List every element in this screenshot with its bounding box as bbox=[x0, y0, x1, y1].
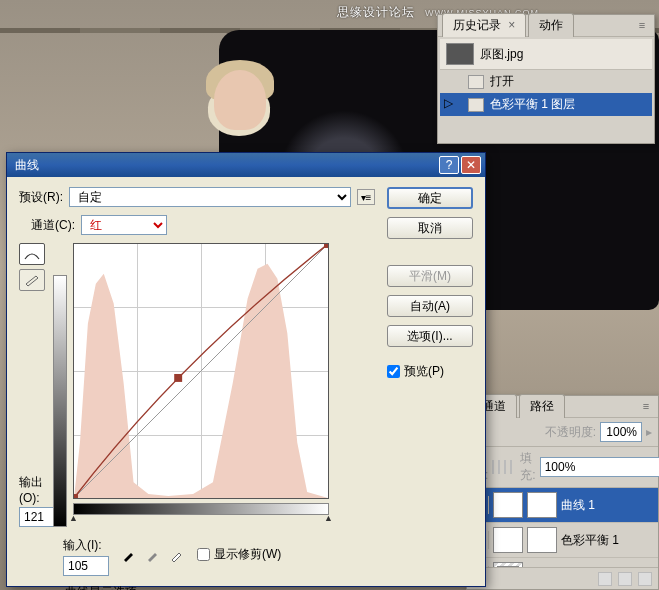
fill-input[interactable] bbox=[540, 457, 659, 477]
cancel-button[interactable]: 取消 bbox=[387, 217, 473, 239]
help-button[interactable]: ? bbox=[439, 156, 459, 174]
link-icon[interactable] bbox=[598, 572, 612, 586]
curves-dialog: 曲线 ? ✕ 预设(R): 自定 ▾≡ 通道(C): 红 bbox=[6, 152, 486, 587]
layers-footer bbox=[467, 567, 658, 589]
preset-select[interactable]: 自定 bbox=[69, 187, 351, 207]
fill-label: 填充: bbox=[520, 450, 535, 484]
curve-line bbox=[74, 244, 328, 498]
white-point-eyedropper[interactable] bbox=[167, 545, 187, 565]
input-input[interactable] bbox=[63, 556, 109, 576]
preset-label: 预设(R): bbox=[19, 189, 63, 206]
channel-select[interactable]: 红 bbox=[81, 215, 167, 235]
layer-thumb bbox=[493, 492, 523, 518]
ok-button[interactable]: 确定 bbox=[387, 187, 473, 209]
layer-thumb bbox=[493, 527, 523, 553]
close-button[interactable]: ✕ bbox=[461, 156, 481, 174]
lock-transparent-icon[interactable] bbox=[492, 460, 494, 474]
input-slider[interactable] bbox=[73, 515, 329, 527]
display-options-toggle[interactable]: ⌄ ⌄ 曲线显示选项 bbox=[37, 584, 375, 590]
layer-icon bbox=[468, 98, 484, 112]
tab-history-label: 历史记录 bbox=[453, 18, 501, 32]
tab-actions-label: 动作 bbox=[539, 18, 563, 32]
history-current-marker: ▷ bbox=[444, 96, 453, 110]
history-tabs: 历史记录 × 动作 bbox=[438, 15, 654, 37]
curve-control-point bbox=[174, 374, 182, 382]
curve-icon bbox=[23, 247, 41, 261]
watermark-text: 思缘设计论坛 bbox=[337, 5, 415, 19]
dialog-title: 曲线 bbox=[15, 157, 39, 174]
opacity-input[interactable] bbox=[600, 422, 642, 442]
curves-graph[interactable] bbox=[73, 243, 329, 499]
curve-point-tool[interactable] bbox=[19, 243, 45, 265]
layers-panel: 通道 路径 不透明度: ▸ 锁定: 填充: ▸ 曲线 1 色彩平衡 1 bbox=[466, 395, 659, 590]
layer-row-curves[interactable]: 曲线 1 bbox=[467, 488, 658, 523]
tab-actions[interactable]: 动作 bbox=[528, 13, 574, 37]
tab-history[interactable]: 历史记录 × bbox=[442, 13, 526, 37]
opacity-label: 不透明度: bbox=[545, 424, 596, 441]
show-clipping-label: 显示修剪(W) bbox=[214, 546, 281, 563]
pencil-icon bbox=[23, 273, 41, 287]
display-options-label: 曲线显示选项 bbox=[65, 584, 137, 590]
history-item-open[interactable]: 打开 bbox=[440, 70, 652, 93]
svg-rect-1 bbox=[74, 494, 78, 498]
lock-position-icon[interactable] bbox=[504, 460, 506, 474]
fx-icon[interactable] bbox=[618, 572, 632, 586]
svg-line-0 bbox=[74, 244, 328, 498]
preset-menu-icon[interactable]: ▾≡ bbox=[357, 189, 375, 205]
layer-name: 色彩平衡 1 bbox=[561, 532, 619, 549]
tab-paths[interactable]: 路径 bbox=[519, 394, 565, 418]
layer-row-color-balance[interactable]: 色彩平衡 1 bbox=[467, 523, 658, 558]
gray-point-eyedropper[interactable] bbox=[143, 545, 163, 565]
curve-pencil-tool[interactable] bbox=[19, 269, 45, 291]
black-point-eyedropper[interactable] bbox=[119, 545, 139, 565]
output-label: 输出(O): bbox=[19, 474, 47, 505]
svg-rect-2 bbox=[324, 244, 328, 248]
output-gradient bbox=[53, 275, 67, 527]
history-item-color-balance[interactable]: 色彩平衡 1 图层 bbox=[440, 93, 652, 116]
auto-button[interactable]: 自动(A) bbox=[387, 295, 473, 317]
panel-menu-icon[interactable] bbox=[634, 17, 650, 33]
preview-label: 预览(P) bbox=[404, 363, 444, 380]
preview-checkbox[interactable]: 预览(P) bbox=[387, 363, 473, 380]
history-item-label: 打开 bbox=[490, 73, 514, 90]
layer-mask-thumb bbox=[527, 527, 557, 553]
chevron-right-icon[interactable]: ▸ bbox=[646, 425, 652, 439]
open-icon bbox=[468, 75, 484, 89]
close-icon[interactable]: × bbox=[508, 18, 515, 32]
lock-pixels-icon[interactable] bbox=[498, 460, 500, 474]
options-button[interactable]: 选项(I)... bbox=[387, 325, 473, 347]
person-shape bbox=[190, 60, 290, 160]
dialog-titlebar[interactable]: 曲线 ? ✕ bbox=[7, 153, 485, 177]
panel-menu-icon[interactable] bbox=[638, 398, 654, 414]
snapshot-thumb bbox=[446, 43, 474, 65]
layer-name: 曲线 1 bbox=[561, 497, 595, 514]
history-panel: 历史记录 × 动作 原图.jpg 打开 ▷ 色彩平衡 1 图层 bbox=[437, 14, 655, 144]
input-gradient bbox=[73, 503, 329, 515]
history-snapshot-row[interactable]: 原图.jpg bbox=[440, 39, 652, 70]
show-clipping-checkbox[interactable]: 显示修剪(W) bbox=[197, 546, 281, 563]
history-item-label: 色彩平衡 1 图层 bbox=[490, 96, 575, 113]
lock-all-icon[interactable] bbox=[510, 460, 512, 474]
mask-icon[interactable] bbox=[638, 572, 652, 586]
layer-mask-thumb bbox=[527, 492, 557, 518]
snapshot-label: 原图.jpg bbox=[480, 46, 523, 63]
layers-tabs: 通道 路径 bbox=[467, 396, 658, 418]
smooth-button: 平滑(M) bbox=[387, 265, 473, 287]
input-label: 输入(I): bbox=[63, 537, 109, 554]
channel-label: 通道(C): bbox=[31, 217, 75, 234]
